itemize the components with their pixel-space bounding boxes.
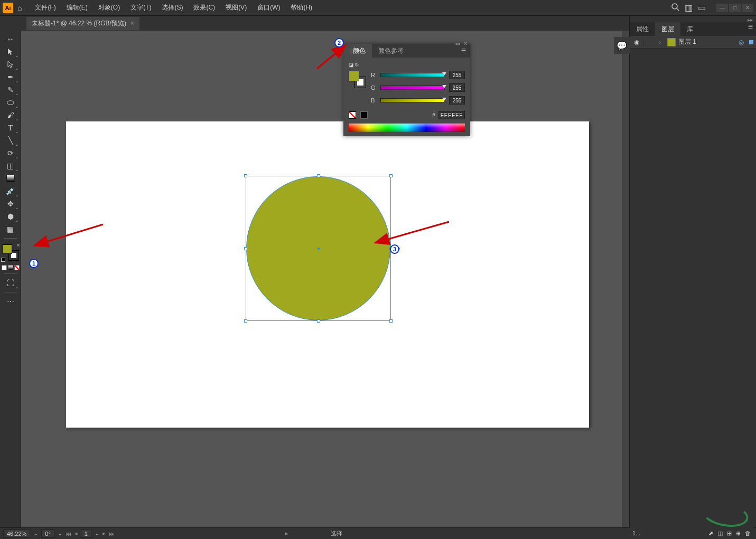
resize-handle[interactable] [317,319,320,323]
target-icon[interactable]: ◎ [736,39,746,46]
artboard-number-input[interactable]: 1 [81,529,91,538]
edit-toolbar-icon[interactable]: ⋯ [3,296,18,307]
r-value-input[interactable]: 255 [449,71,465,79]
home-icon[interactable]: ⌂ [17,4,22,12]
resize-handle[interactable] [389,319,393,323]
menu-file[interactable]: 文件(F) [30,3,61,12]
resize-handle[interactable] [244,174,247,177]
shape-builder-tool[interactable]: ⬢ [3,211,18,222]
arrange-documents-icon[interactable]: ▥ [685,3,693,13]
type-tool[interactable]: T [3,122,18,134]
close-panel-icon[interactable]: ✕ [463,41,468,46]
curvature-tool[interactable]: ✎ [3,84,18,96]
make-clipping-mask-icon[interactable]: ◫ [717,530,723,537]
none-swatch-icon[interactable] [349,111,356,119]
menu-type[interactable]: 文字(T) [125,3,156,12]
rotation-dropdown-icon[interactable]: ⌄ [58,530,62,537]
screen-mode-icon[interactable]: ⛶ [3,277,18,289]
workspace-switcher-icon[interactable]: ▭ [698,3,706,13]
fill-stroke-swatch[interactable]: ⤭ [3,244,18,260]
b-slider[interactable] [380,98,445,102]
document-tab[interactable]: 未标题-1* @ 46.22 % (RGB/预览) × [26,17,139,30]
layer-name[interactable]: 图层 1 [678,37,736,46]
artboard-prev-icon[interactable]: ◂ [74,530,78,537]
black-white-swatch-icon[interactable] [360,111,368,119]
window-close-button[interactable]: ✕ [742,4,753,12]
artboard-tool[interactable]: ▦ [3,223,18,235]
artboard-first-icon[interactable]: ⏮ [66,531,71,537]
panel-fill-swatch[interactable] [349,71,359,81]
menu-edit[interactable]: 编辑(E) [61,3,93,12]
status-menu-icon[interactable]: ▸ [285,530,288,537]
new-layer-icon[interactable]: ⊕ [736,530,741,537]
swap-mini-icon[interactable]: ◪ [349,62,353,68]
rectangle-tool[interactable]: ⬭ [3,97,18,108]
eyedropper-tool[interactable]: 💉 [3,185,18,197]
eraser-tool[interactable]: ◫ [3,160,18,172]
tab-libraries[interactable]: 库 [680,22,699,36]
swap-fill-stroke-icon[interactable]: ⤭ [16,243,20,248]
direct-selection-tool[interactable] [3,59,18,70]
collapse-panel-icon[interactable]: ◂◂ [455,41,460,46]
panel-menu-icon[interactable]: ≡ [457,46,470,55]
tab-layers[interactable]: 图层 [655,22,680,36]
selection-indicator-icon[interactable] [746,40,756,44]
cycle-mini-icon[interactable]: ↻ [354,62,359,68]
visibility-toggle-icon[interactable]: ◉ [630,39,643,46]
artboard-last-icon[interactable]: ⏭ [109,531,115,537]
window-minimize-button[interactable]: — [716,4,728,12]
color-spectrum[interactable] [349,124,465,132]
gradient-tool[interactable] [3,173,18,184]
default-fill-stroke-icon[interactable] [1,258,5,262]
hex-value-input[interactable]: FFFFFF [438,111,465,119]
comments-panel-icon[interactable]: 💬 [617,40,627,51]
tab-color-guide[interactable]: 颜色参考 [372,44,410,58]
none-mode-icon[interactable] [14,265,20,270]
rotate-tool[interactable]: ⟳ [3,147,18,159]
tab-properties[interactable]: 属性 [630,22,655,36]
menu-effect[interactable]: 效果(C) [188,3,220,12]
resize-handle[interactable] [244,319,247,323]
color-mode-icon[interactable] [2,265,7,270]
create-sublayer-icon[interactable]: ⊞ [727,530,732,537]
line-tool[interactable]: ╲ [3,135,18,146]
selection-tool[interactable] [3,46,18,58]
menu-window[interactable]: 窗口(W) [252,3,285,12]
r-slider[interactable] [380,73,445,77]
free-transform-tool[interactable]: ✥ [3,198,18,210]
rotation-input[interactable]: 0° [41,529,54,538]
artboard-next-icon[interactable]: ▸ [102,530,106,537]
resize-handle[interactable] [389,174,393,177]
search-icon[interactable] [671,3,679,13]
artboard-dropdown-icon[interactable]: ⌄ [95,530,99,537]
vertical-scrollbar[interactable] [622,31,629,527]
menu-select[interactable]: 选择(S) [156,3,188,12]
selection-bounding-box[interactable] [246,176,391,321]
window-maximize-button[interactable]: □ [729,4,741,12]
canvas-area [21,31,629,527]
b-value-input[interactable]: 255 [449,96,465,105]
locate-object-icon[interactable]: ⬈ [708,530,713,537]
fill-swatch[interactable] [3,244,12,254]
zoom-level-input[interactable]: 46.22% [3,529,30,538]
zoom-dropdown-icon[interactable]: ⌄ [33,530,38,537]
menu-help[interactable]: 帮助(H) [285,3,318,12]
menu-object[interactable]: 对象(O) [93,3,125,12]
panel-fill-stroke-swatch[interactable] [349,71,366,88]
expand-layer-icon[interactable]: › [655,39,665,46]
close-tab-icon[interactable]: × [130,20,134,27]
panel-menu-icon[interactable]: ≡ [745,22,756,36]
tab-color[interactable]: ◦颜色 [343,44,372,58]
g-slider[interactable] [380,86,445,90]
collapse-toolbar-icon[interactable]: ▸▸ [3,33,18,45]
paintbrush-tool[interactable]: 🖌 [3,109,18,121]
pen-tool[interactable]: ✒ [3,71,18,83]
resize-handle[interactable] [317,174,320,177]
layer-row[interactable]: ◉ › 图层 1 ◎ [630,36,756,49]
delete-layer-icon[interactable]: 🗑 [745,530,751,537]
collapse-dock-icon[interactable]: ▸▸ [748,17,753,23]
resize-handle[interactable] [244,247,247,250]
g-value-input[interactable]: 255 [449,83,465,92]
gradient-mode-icon[interactable] [8,265,13,270]
menu-view[interactable]: 视图(V) [220,3,252,12]
